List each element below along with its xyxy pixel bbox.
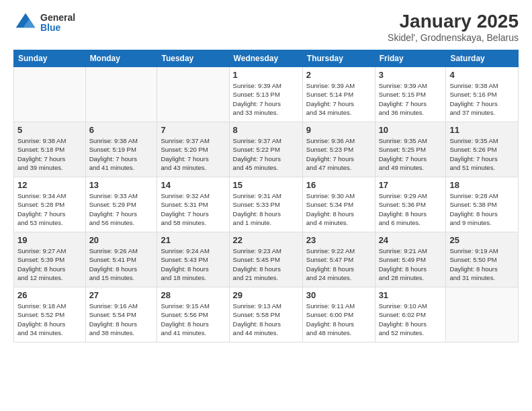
calendar-cell: 15Sunrise: 9:31 AM Sunset: 5:33 PM Dayli… bbox=[229, 177, 302, 232]
logo-general-text: General bbox=[40, 13, 75, 23]
calendar-header-thursday: Thursday bbox=[302, 50, 375, 67]
calendar-cell: 16Sunrise: 9:30 AM Sunset: 5:34 PM Dayli… bbox=[302, 177, 375, 232]
day-number: 3 bbox=[379, 70, 443, 80]
day-number: 6 bbox=[89, 125, 154, 135]
day-number: 30 bbox=[306, 290, 371, 300]
calendar-table: SundayMondayTuesdayWednesdayThursdayFrid… bbox=[13, 50, 519, 342]
calendar-cell: 7Sunrise: 9:37 AM Sunset: 5:20 PM Daylig… bbox=[157, 122, 229, 177]
calendar-cell: 2Sunrise: 9:39 AM Sunset: 5:14 PM Daylig… bbox=[302, 67, 375, 122]
day-number: 18 bbox=[449, 180, 515, 190]
day-info: Sunrise: 9:33 AM Sunset: 5:29 PM Dayligh… bbox=[89, 191, 154, 227]
day-number: 1 bbox=[233, 70, 299, 80]
calendar-cell: 23Sunrise: 9:22 AM Sunset: 5:47 PM Dayli… bbox=[302, 232, 375, 287]
calendar-cell bbox=[446, 287, 519, 342]
day-number: 19 bbox=[17, 235, 82, 245]
page-title: January 2025 bbox=[388, 11, 519, 32]
calendar-header-sunday: Sunday bbox=[14, 50, 86, 67]
calendar-cell: 31Sunrise: 9:10 AM Sunset: 6:02 PM Dayli… bbox=[375, 287, 446, 342]
day-info: Sunrise: 9:22 AM Sunset: 5:47 PM Dayligh… bbox=[306, 246, 371, 282]
calendar-week-row: 5Sunrise: 9:38 AM Sunset: 5:18 PM Daylig… bbox=[14, 122, 519, 177]
day-info: Sunrise: 9:13 AM Sunset: 5:58 PM Dayligh… bbox=[233, 302, 299, 337]
day-info: Sunrise: 9:38 AM Sunset: 5:18 PM Dayligh… bbox=[17, 136, 82, 172]
day-number: 29 bbox=[233, 290, 299, 300]
day-info: Sunrise: 9:37 AM Sunset: 5:22 PM Dayligh… bbox=[233, 136, 299, 172]
day-number: 21 bbox=[161, 235, 225, 245]
day-number: 27 bbox=[89, 290, 154, 300]
calendar-header-monday: Monday bbox=[85, 50, 157, 67]
day-number: 13 bbox=[89, 180, 154, 190]
day-number: 24 bbox=[379, 235, 443, 245]
logo-text: General Blue bbox=[40, 13, 75, 34]
day-number: 25 bbox=[449, 235, 515, 245]
calendar-cell: 5Sunrise: 9:38 AM Sunset: 5:18 PM Daylig… bbox=[14, 122, 86, 177]
day-info: Sunrise: 9:26 AM Sunset: 5:41 PM Dayligh… bbox=[89, 246, 154, 282]
calendar-header-tuesday: Tuesday bbox=[157, 50, 229, 67]
calendar-cell: 3Sunrise: 9:39 AM Sunset: 5:15 PM Daylig… bbox=[375, 67, 446, 122]
day-info: Sunrise: 9:35 AM Sunset: 5:26 PM Dayligh… bbox=[449, 136, 515, 172]
page: General Blue January 2025 Skidel', Grodn… bbox=[0, 0, 532, 411]
calendar-cell: 6Sunrise: 9:38 AM Sunset: 5:19 PM Daylig… bbox=[85, 122, 157, 177]
day-info: Sunrise: 9:31 AM Sunset: 5:33 PM Dayligh… bbox=[233, 191, 299, 227]
page-subtitle: Skidel', Grodnenskaya, Belarus bbox=[388, 32, 519, 43]
day-number: 4 bbox=[449, 70, 515, 80]
logo: General Blue bbox=[13, 11, 75, 35]
calendar-cell: 26Sunrise: 9:18 AM Sunset: 5:52 PM Dayli… bbox=[14, 287, 86, 342]
day-info: Sunrise: 9:10 AM Sunset: 6:02 PM Dayligh… bbox=[379, 302, 443, 337]
day-info: Sunrise: 9:15 AM Sunset: 5:56 PM Dayligh… bbox=[161, 302, 225, 337]
calendar-week-row: 12Sunrise: 9:34 AM Sunset: 5:28 PM Dayli… bbox=[14, 177, 519, 232]
day-info: Sunrise: 9:16 AM Sunset: 5:54 PM Dayligh… bbox=[89, 302, 154, 337]
calendar-week-row: 19Sunrise: 9:27 AM Sunset: 5:39 PM Dayli… bbox=[14, 232, 519, 287]
day-info: Sunrise: 9:29 AM Sunset: 5:36 PM Dayligh… bbox=[379, 191, 443, 227]
day-info: Sunrise: 9:37 AM Sunset: 5:20 PM Dayligh… bbox=[161, 136, 225, 172]
calendar-cell: 22Sunrise: 9:23 AM Sunset: 5:45 PM Dayli… bbox=[229, 232, 302, 287]
calendar-cell: 14Sunrise: 9:32 AM Sunset: 5:31 PM Dayli… bbox=[157, 177, 229, 232]
calendar-cell: 29Sunrise: 9:13 AM Sunset: 5:58 PM Dayli… bbox=[229, 287, 302, 342]
day-info: Sunrise: 9:38 AM Sunset: 5:19 PM Dayligh… bbox=[89, 136, 154, 172]
day-info: Sunrise: 9:38 AM Sunset: 5:16 PM Dayligh… bbox=[449, 81, 515, 117]
day-info: Sunrise: 9:11 AM Sunset: 6:00 PM Dayligh… bbox=[306, 302, 371, 337]
calendar-cell: 27Sunrise: 9:16 AM Sunset: 5:54 PM Dayli… bbox=[85, 287, 157, 342]
day-info: Sunrise: 9:23 AM Sunset: 5:45 PM Dayligh… bbox=[233, 246, 299, 282]
day-number: 22 bbox=[233, 235, 299, 245]
calendar-cell bbox=[14, 67, 86, 122]
calendar-cell: 11Sunrise: 9:35 AM Sunset: 5:26 PM Dayli… bbox=[446, 122, 519, 177]
day-info: Sunrise: 9:24 AM Sunset: 5:43 PM Dayligh… bbox=[161, 246, 225, 282]
calendar-cell: 28Sunrise: 9:15 AM Sunset: 5:56 PM Dayli… bbox=[157, 287, 229, 342]
day-number: 14 bbox=[161, 180, 225, 190]
day-number: 17 bbox=[379, 180, 443, 190]
logo-blue-text: Blue bbox=[40, 23, 75, 33]
day-info: Sunrise: 9:35 AM Sunset: 5:25 PM Dayligh… bbox=[379, 136, 443, 172]
calendar-week-row: 1Sunrise: 9:39 AM Sunset: 5:13 PM Daylig… bbox=[14, 67, 519, 122]
day-info: Sunrise: 9:30 AM Sunset: 5:34 PM Dayligh… bbox=[306, 191, 371, 227]
calendar-cell: 9Sunrise: 9:36 AM Sunset: 5:23 PM Daylig… bbox=[302, 122, 375, 177]
day-number: 8 bbox=[233, 125, 299, 135]
calendar-cell: 13Sunrise: 9:33 AM Sunset: 5:29 PM Dayli… bbox=[85, 177, 157, 232]
calendar-cell: 12Sunrise: 9:34 AM Sunset: 5:28 PM Dayli… bbox=[14, 177, 86, 232]
calendar-cell: 19Sunrise: 9:27 AM Sunset: 5:39 PM Dayli… bbox=[14, 232, 86, 287]
calendar-cell: 17Sunrise: 9:29 AM Sunset: 5:36 PM Dayli… bbox=[375, 177, 446, 232]
day-number: 10 bbox=[379, 125, 443, 135]
calendar-cell bbox=[85, 67, 157, 122]
day-number: 28 bbox=[161, 290, 225, 300]
day-info: Sunrise: 9:18 AM Sunset: 5:52 PM Dayligh… bbox=[17, 302, 82, 337]
day-info: Sunrise: 9:39 AM Sunset: 5:15 PM Dayligh… bbox=[379, 81, 443, 117]
calendar-cell bbox=[157, 67, 229, 122]
calendar-cell: 18Sunrise: 9:28 AM Sunset: 5:38 PM Dayli… bbox=[446, 177, 519, 232]
day-info: Sunrise: 9:39 AM Sunset: 5:13 PM Dayligh… bbox=[233, 81, 299, 117]
calendar-cell: 1Sunrise: 9:39 AM Sunset: 5:13 PM Daylig… bbox=[229, 67, 302, 122]
calendar-week-row: 26Sunrise: 9:18 AM Sunset: 5:52 PM Dayli… bbox=[14, 287, 519, 342]
calendar-header-saturday: Saturday bbox=[446, 50, 519, 67]
calendar-header-wednesday: Wednesday bbox=[229, 50, 302, 67]
day-number: 26 bbox=[17, 290, 82, 300]
day-number: 11 bbox=[449, 125, 515, 135]
day-number: 5 bbox=[17, 125, 82, 135]
day-number: 2 bbox=[306, 70, 371, 80]
day-number: 12 bbox=[17, 180, 82, 190]
day-info: Sunrise: 9:32 AM Sunset: 5:31 PM Dayligh… bbox=[161, 191, 225, 227]
calendar-cell: 30Sunrise: 9:11 AM Sunset: 6:00 PM Dayli… bbox=[302, 287, 375, 342]
day-number: 16 bbox=[306, 180, 371, 190]
day-info: Sunrise: 9:21 AM Sunset: 5:49 PM Dayligh… bbox=[379, 246, 443, 282]
calendar-cell: 10Sunrise: 9:35 AM Sunset: 5:25 PM Dayli… bbox=[375, 122, 446, 177]
day-number: 20 bbox=[89, 235, 154, 245]
day-info: Sunrise: 9:28 AM Sunset: 5:38 PM Dayligh… bbox=[449, 191, 515, 227]
